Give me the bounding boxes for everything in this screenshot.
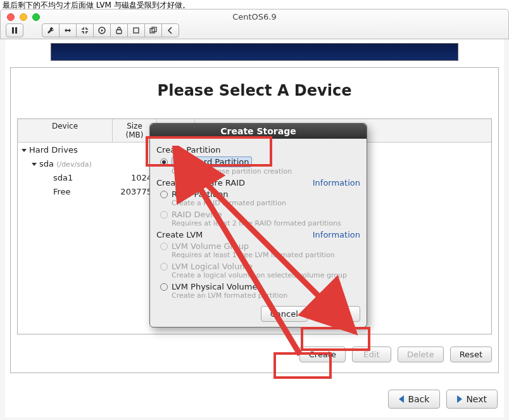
radio-lvm-pv[interactable]: LVM Physical Volume: [160, 282, 360, 291]
svg-rect-4: [116, 30, 122, 34]
pause-icon[interactable]: [6, 23, 23, 37]
wizard-nav: Back Next: [388, 390, 498, 409]
header-device[interactable]: Device: [18, 119, 113, 142]
radio-icon: [160, 211, 168, 219]
raid-device-desc: Requires at least 2 free RAID formated p…: [172, 219, 360, 227]
back-button[interactable]: Back: [388, 390, 440, 409]
cancel-button[interactable]: Cancel: [261, 306, 308, 322]
radio-lvm-vg: LVM Volume Group: [160, 241, 360, 251]
window-title: CentOS6.9: [1, 10, 508, 22]
vm-toolbar: [6, 23, 198, 39]
raid-info-link[interactable]: Information: [313, 178, 360, 188]
minimize-icon[interactable]: [20, 13, 27, 21]
box2-icon[interactable]: [144, 23, 162, 37]
wrench-icon[interactable]: [42, 23, 60, 37]
raid-device-label: RAID Device: [172, 210, 222, 219]
lvm-pv-label: LVM Physical Volume: [172, 282, 257, 291]
radio-standard-partition[interactable]: Standard Partition: [160, 156, 360, 167]
radio-icon: [160, 158, 168, 166]
vm-window-chrome: CentOS6.9: [0, 9, 509, 39]
box-icon[interactable]: [127, 23, 145, 37]
radio-icon: [160, 243, 168, 250]
disk-name: sda: [39, 159, 54, 169]
next-label: Next: [466, 394, 487, 404]
create-button[interactable]: Create: [299, 347, 346, 362]
section-raid: Create Software RAID: [156, 178, 245, 188]
expand-toggle-icon[interactable]: [32, 163, 37, 166]
create-storage-dialog: Create Storage Create Partition Standard…: [149, 123, 367, 328]
lock-icon[interactable]: [110, 23, 128, 37]
dialog-title: Create Storage: [150, 124, 367, 139]
raid-partition-label: RAID Partition: [172, 189, 229, 199]
free-name: Free: [18, 187, 113, 196]
expand-icon[interactable]: [59, 23, 77, 37]
arrow-left-icon: [399, 395, 404, 403]
root-label: Hard Drives: [29, 145, 78, 155]
radio-icon: [160, 283, 168, 291]
lvm-lv-desc: Create a logical volume on selected volu…: [172, 271, 360, 279]
radio-icon: [160, 263, 168, 270]
svg-point-3: [101, 30, 103, 32]
lvm-pv-desc: Create an LVM formated partition: [172, 291, 360, 300]
section-partition: Create Partition: [156, 145, 221, 155]
table-actions: Create Edit Delete Reset: [17, 343, 492, 365]
arrow-right-icon: [457, 395, 462, 403]
dialog-create-button[interactable]: Create: [314, 306, 360, 322]
zoom-icon[interactable]: [32, 13, 40, 21]
back-label: Back: [408, 394, 429, 404]
close-icon[interactable]: [7, 13, 15, 21]
svg-rect-0: [12, 27, 14, 34]
banner-strip: [51, 43, 458, 61]
part-name: sda1: [18, 173, 113, 182]
svg-rect-1: [15, 27, 17, 34]
radio-lvm-lv: LVM Logical Volume: [160, 262, 360, 271]
chevron-left-icon[interactable]: [161, 23, 179, 37]
svg-rect-5: [134, 28, 139, 33]
section-lvm: Create LVM: [156, 230, 203, 239]
next-button[interactable]: Next: [446, 390, 498, 409]
standard-desc: General purpose partition creation: [172, 167, 360, 175]
lvm-vg-label: LVM Volume Group: [172, 241, 249, 251]
reset-button[interactable]: Reset: [450, 347, 492, 362]
delete-button: Delete: [398, 347, 444, 362]
radio-icon: [160, 191, 168, 198]
standard-partition-label: Standard Partition: [172, 156, 252, 167]
radio-raid-partition[interactable]: RAID Partition: [160, 189, 360, 199]
lvm-vg-desc: Requires at least 1 free LVM formated pa…: [172, 251, 360, 259]
page-heading: Please Select A Device: [11, 82, 498, 99]
disk-icon[interactable]: [93, 23, 111, 37]
raid-partition-desc: Create a RAID formated partition: [172, 199, 360, 207]
radio-raid-device: RAID Device: [160, 210, 360, 219]
disk-path: (/dev/sda): [56, 160, 92, 169]
traffic-lights: [7, 13, 40, 21]
lvm-info-link[interactable]: Information: [313, 230, 360, 239]
fit-icon[interactable]: [76, 23, 94, 37]
lvm-lv-label: LVM Logical Volume: [172, 262, 253, 271]
expand-toggle-icon[interactable]: [22, 149, 27, 152]
edit-button: Edit: [352, 347, 391, 362]
